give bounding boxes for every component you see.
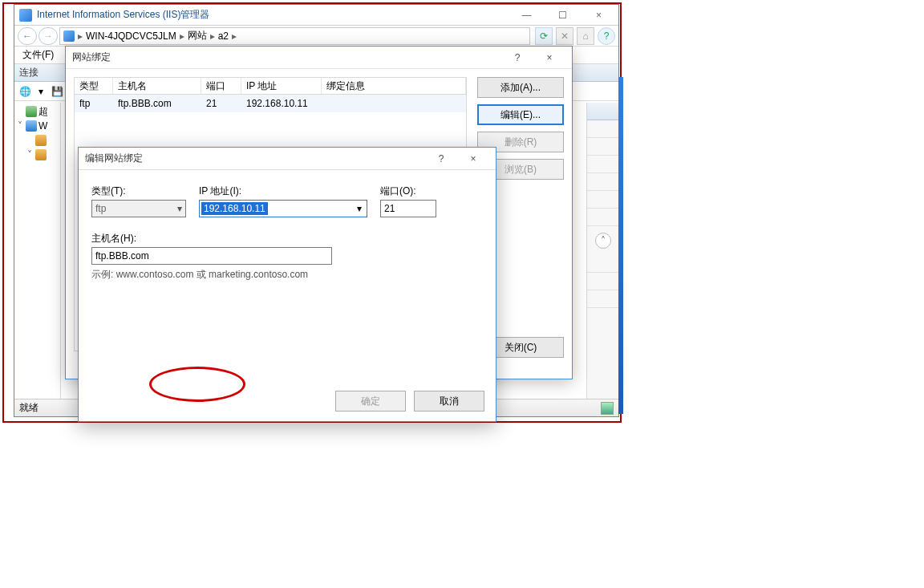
edit-dialog-title: 编辑网站绑定 (85, 152, 425, 165)
iis-icon (19, 9, 32, 22)
globe-icon[interactable]: 🌐 (18, 84, 32, 99)
ip-label: IP 地址(I): (199, 185, 367, 198)
host-example: 示例: www.contoso.com 或 marketing.contoso.… (91, 268, 483, 282)
type-label: 类型(T): (91, 185, 186, 198)
collapse-icon[interactable]: ˄ (595, 233, 611, 249)
breadcrumb[interactable]: ▸ WIN-4JQDCVC5JLM ▸ 网站 ▸ a2 ▸ (59, 27, 530, 45)
home-button[interactable]: ⌂ (577, 27, 594, 45)
edit-close-button[interactable]: × (457, 153, 489, 164)
col-type[interactable]: 类型 (75, 78, 113, 94)
edit-binding-dialog: 编辑网站绑定 ? × 类型(T): ftp ▾ IP 地址(I): 192.16… (78, 147, 496, 422)
refresh-button[interactable]: ⟳ (535, 27, 553, 45)
cancel-button[interactable]: 取消 (414, 391, 484, 412)
port-input[interactable]: 21 (380, 200, 436, 217)
bc-site: a2 (218, 30, 229, 42)
nav-forward-button[interactable]: → (38, 27, 58, 45)
bindings-dialog-title: 网站绑定 (72, 51, 501, 64)
desktop-edge (618, 77, 623, 414)
type-select: ftp ▾ (91, 200, 186, 217)
bc-server: WIN-4JQDCVC5JLM (86, 30, 176, 42)
edit-button[interactable]: 编辑(E)... (477, 104, 564, 125)
status-text: 就绪 (19, 401, 38, 415)
nav-back-button[interactable]: ← (18, 27, 37, 45)
bc-sites: 网站 (188, 29, 207, 43)
close-window-button[interactable]: × (581, 6, 617, 24)
maximize-button[interactable]: ☐ (545, 6, 581, 24)
minimize-button[interactable]: — (509, 6, 545, 24)
save-icon[interactable]: 💾 (50, 84, 64, 99)
breadcrumb-icon (63, 30, 75, 42)
bindings-table-header: 类型 主机名 端口 IP 地址 绑定信息 (74, 77, 467, 95)
chevron-down-icon[interactable]: ▾ (352, 203, 367, 214)
window-title: Internet Information Services (IIS)管理器 (35, 8, 509, 22)
bindings-close-button[interactable]: × (533, 52, 565, 63)
host-input[interactable]: ftp.BBB.com (91, 247, 332, 265)
chevron-down-icon: ▾ (177, 203, 182, 214)
nav-bar: ← → ▸ WIN-4JQDCVC5JLM ▸ 网站 ▸ a2 ▸ ⟳ ✕ ⌂ … (14, 26, 618, 47)
help-button[interactable]: ? (598, 27, 615, 45)
col-info[interactable]: 绑定信息 (322, 78, 466, 94)
annotation-circle (149, 367, 245, 402)
add-button[interactable]: 添加(A)... (477, 77, 564, 98)
edit-help-button[interactable]: ? (425, 153, 457, 164)
bindings-help-button[interactable]: ? (501, 52, 533, 63)
connections-tree[interactable]: 超 ˅W ˅ (14, 103, 61, 399)
col-host[interactable]: 主机名 (113, 78, 201, 94)
ok-button[interactable]: 确定 (335, 391, 406, 412)
host-label: 主机名(H): (91, 232, 483, 245)
ip-select[interactable]: 192.168.10.11 ▾ (199, 200, 367, 217)
col-port[interactable]: 端口 (201, 78, 241, 94)
dropdown-icon[interactable]: ▾ (34, 84, 48, 99)
port-label: 端口(O): (380, 185, 436, 198)
file-menu[interactable]: 文件(F) (19, 48, 57, 62)
stop-button[interactable]: ✕ (556, 27, 573, 45)
actions-panel: ˄ (586, 103, 618, 399)
table-row[interactable]: ftp ftp.BBB.com 21 192.168.10.11 (75, 95, 466, 112)
col-ip[interactable]: IP 地址 (241, 78, 322, 94)
window-titlebar: Internet Information Services (IIS)管理器 —… (14, 5, 618, 26)
status-icon (601, 402, 614, 415)
